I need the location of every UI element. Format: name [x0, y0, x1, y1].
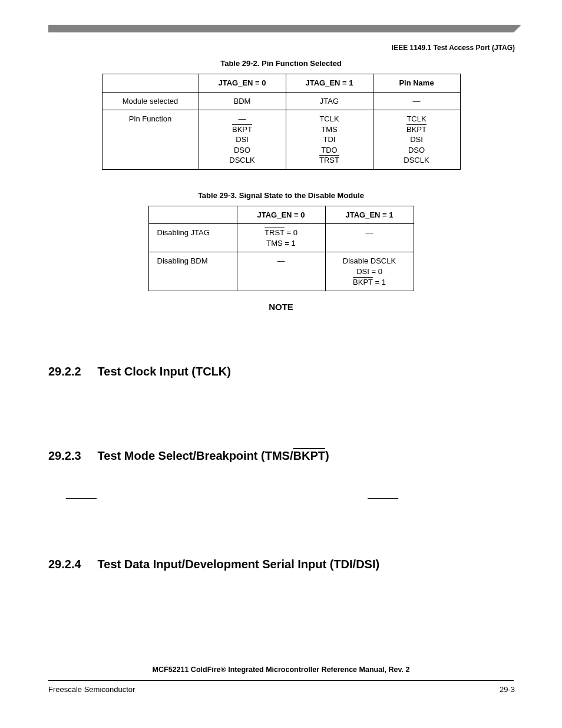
section-number: 29.2.4 — [48, 558, 81, 571]
table-header-cell: JTAG_EN = 0 — [237, 206, 325, 224]
footer-manual-title: MCF52211 ColdFire® Integrated Microcontr… — [48, 666, 514, 674]
section-number: 29.2.3 — [48, 449, 81, 463]
table-cell: — — [373, 92, 460, 110]
footer-divider — [48, 680, 514, 681]
table-cell: JTAG — [286, 92, 373, 110]
table-cell: Module selected — [102, 92, 199, 110]
table-header-cell — [102, 74, 199, 93]
table-row: Disabling JTAG TRST = 0TMS = 1 — — [148, 224, 414, 252]
table-header-row: JTAG_EN = 0 JTAG_EN = 1 Pin Name — [102, 74, 460, 93]
header-chapter-title: IEEE 1149.1 Test Access Port (JTAG) — [392, 44, 515, 52]
table-cell: TCLKBKPTDSIDSODSCLK — [373, 110, 460, 170]
table-header-cell: JTAG_EN = 0 — [199, 74, 286, 93]
table-header-row: JTAG_EN = 0 JTAG_EN = 1 — [148, 206, 414, 224]
table-row: Module selected BDM JTAG — — [102, 92, 460, 110]
table-29-3: JTAG_EN = 0 JTAG_EN = 1 Disabling JTAG T… — [148, 206, 414, 291]
table-header-cell: Pin Name — [373, 74, 460, 93]
table-cell: Disable DSCLKDSI = 0BKPT = 1 — [325, 252, 414, 291]
table-cell: TCLKTMSTDITDOTRST — [286, 110, 373, 170]
table-cell: Disabling BDM — [148, 252, 237, 291]
section-title: Test Mode Select/Breakpoint (TMS/BKPT) — [98, 449, 329, 463]
table-cell: — — [237, 252, 325, 291]
table-29-2-caption: Table 29-2. Pin Function Selected — [48, 59, 514, 68]
table-cell: TRST = 0TMS = 1 — [237, 224, 325, 252]
table-cell: Pin Function — [102, 110, 199, 170]
table-29-3-caption: Table 29-3. Signal State to the Disable … — [48, 191, 514, 200]
section-title: Test Data Input/Development Serial Input… — [98, 558, 380, 571]
page-content: Table 29-2. Pin Function Selected JTAG_E… — [48, 59, 514, 571]
table-cell: — — [325, 224, 414, 252]
indicator-bars — [48, 498, 514, 499]
table-cell: —BKPTDSIDSODSCLK — [199, 110, 286, 170]
table-row: Pin Function —BKPTDSIDSODSCLK TCLKTMSTDI… — [102, 110, 460, 170]
table-29-2: JTAG_EN = 0 JTAG_EN = 1 Pin Name Module … — [102, 74, 461, 170]
section-number: 29.2.2 — [48, 365, 81, 378]
section-29-2-4: 29.2.4 Test Data Input/Development Seria… — [48, 558, 514, 571]
table-header-cell — [148, 206, 237, 224]
section-29-2-3: 29.2.3 Test Mode Select/Breakpoint (TMS/… — [48, 449, 514, 463]
header-rule-taper — [514, 25, 521, 32]
section-title: Test Clock Input (TCLK) — [98, 365, 231, 378]
table-cell: BDM — [199, 92, 286, 110]
bar-indicator — [368, 498, 398, 499]
table-header-cell: JTAG_EN = 1 — [325, 206, 414, 224]
table-row: Disabling BDM — Disable DSCLKDSI = 0BKPT… — [148, 252, 414, 291]
note-heading: NOTE — [48, 302, 514, 312]
header-rule — [48, 25, 514, 32]
table-cell: Disabling JTAG — [148, 224, 237, 252]
footer-company: Freescale Semiconductor — [48, 685, 135, 694]
section-29-2-2: 29.2.2 Test Clock Input (TCLK) — [48, 365, 514, 378]
bar-indicator — [66, 498, 97, 499]
page-number: 29-3 — [500, 685, 515, 694]
table-header-cell: JTAG_EN = 1 — [286, 74, 373, 93]
